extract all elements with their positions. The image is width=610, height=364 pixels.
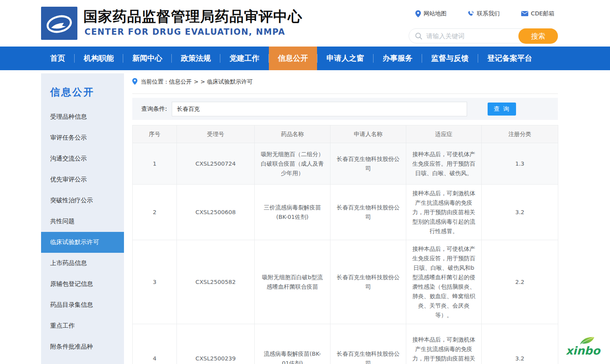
query-bar: 查询条件: 查 询 <box>132 98 558 120</box>
mail-label: CDE邮箱 <box>531 10 554 17</box>
sidebar-item-accepted-varieties[interactable]: 受理品种信息 <box>41 106 124 127</box>
cell-category: 1.3 <box>482 143 558 185</box>
sidebar-title: 信息公开 <box>41 73 124 106</box>
sitemap-link[interactable]: 网站地图 <box>415 10 447 17</box>
cell-seq: 3 <box>133 240 177 324</box>
query-button[interactable]: 查 询 <box>488 103 516 116</box>
sidebar: 信息公开 受理品种信息 审评任务公示 沟通交流公示 优先审评公示 突破性治疗公示… <box>41 73 124 364</box>
cell-applicant: 长春百克生物科技股份公司 <box>330 143 406 185</box>
sidebar-item-clinical-trial-implied-license[interactable]: 临床试验默示许可 <box>41 232 124 253</box>
table-row: 4 CXSL2500239 流感病毒裂解疫苗(BK-01佐剂) 长春百克生物科技… <box>133 324 558 364</box>
nav-item-applicant-window[interactable]: 申请人之窗 <box>317 47 373 70</box>
nav-item-functions[interactable]: 机构职能 <box>75 47 123 70</box>
cell-indication: 接种本品后，可刺激机体产生抗流感病毒的免疫力，用于预防由疫苗相关型别的流感病毒引… <box>406 185 482 240</box>
cell-indication: 接种本品后，可使机体产生免疫应答。用于预防百日咳、白喉、破伤风。 <box>406 143 482 185</box>
results-table: 序号 受理号 药品名称 申请人名称 适应症 注册分类 1 CXSL2500724… <box>132 125 558 364</box>
site-title-en: CENTER FOR DRUG EVALUATION, NMPA <box>84 27 285 37</box>
cell-applicant: 长春百克生物科技股份公司 <box>330 185 406 240</box>
cell-indication: 接种本品后，可使机体产生免疫应答，用于预防百日咳、白喉、破伤风和b型流感嗜血杆菌… <box>406 240 482 324</box>
sidebar-item-marketed-drugs[interactable]: 上市药品信息 <box>41 253 124 274</box>
site-header: 国家药品监督管理局药品审评中心 CENTER FOR DRUG EVALUATI… <box>0 0 610 47</box>
cell-drug-name: 吸附无细胞百（二组分）白破联合疫苗（成人及青少年用） <box>255 143 330 185</box>
xinbo-watermark: xinbo <box>563 340 607 358</box>
cell-seq: 1 <box>133 143 177 185</box>
nav-item-supervision[interactable]: 监督与反馈 <box>422 47 478 70</box>
search-icon <box>415 32 422 41</box>
top-links: 网站地图 联系我们 CDE邮箱 <box>415 10 554 17</box>
table-row: 3 CXSL2500582 吸附无细胞百白破b型流感嗜血杆菌联合疫苗 长春百克生… <box>133 240 558 324</box>
sidebar-item-review-tasks[interactable]: 审评任务公示 <box>41 127 124 148</box>
sitemap-label: 网站地图 <box>424 10 447 17</box>
mail-link[interactable]: CDE邮箱 <box>521 10 554 17</box>
col-indication: 适应症 <box>406 125 482 143</box>
contact-link[interactable]: 联系我们 <box>468 10 500 17</box>
breadcrumb: 当前位置 : 信息公开 > > 临床试验默示许可 <box>132 70 558 94</box>
site-search: 搜索 <box>409 28 558 43</box>
sidebar-item-breakthrough-therapy[interactable]: 突破性治疗公示 <box>41 190 124 211</box>
contact-label: 联系我们 <box>477 10 500 17</box>
sidebar-item-excipients-registration[interactable]: 原辅包登记信息 <box>41 274 124 295</box>
sidebar-item-priority-review[interactable]: 优先审评公示 <box>41 169 124 190</box>
cde-logo[interactable] <box>41 7 77 40</box>
cell-seq: 2 <box>133 185 177 240</box>
site-title-cn: 国家药品监督管理局药品审评中心 <box>83 7 302 26</box>
map-pin-icon <box>415 10 421 17</box>
sidebar-item-communication[interactable]: 沟通交流公示 <box>41 148 124 169</box>
col-category: 注册分类 <box>482 125 558 143</box>
cell-category: 3.2 <box>482 324 558 364</box>
table-row: 2 CXSL2500608 三价流感病毒裂解疫苗(BK-01佐剂) 长春百克生物… <box>133 185 558 240</box>
table-header-row: 序号 受理号 药品名称 申请人名称 适应症 注册分类 <box>133 125 558 143</box>
col-applicant: 申请人名称 <box>330 125 406 143</box>
query-label: 查询条件: <box>141 105 167 113</box>
col-seq: 序号 <box>133 125 177 143</box>
sidebar-item-common-issues[interactable]: 共性问题 <box>41 211 124 232</box>
mail-icon <box>521 11 528 16</box>
nav-item-registration-platform[interactable]: 登记备案平台 <box>478 47 541 70</box>
col-acceptance-no: 受理号 <box>177 125 255 143</box>
cell-category: 3.2 <box>482 185 558 240</box>
location-pin-icon <box>132 78 141 86</box>
table-row: 1 CXSL2500724 吸附无细胞百（二组分）白破联合疫苗（成人及青少年用）… <box>133 143 558 185</box>
sidebar-item-key-work[interactable]: 重点工作 <box>41 315 124 336</box>
search-button[interactable]: 搜索 <box>518 28 558 44</box>
cell-acceptance-no: CXSL2500724 <box>177 143 255 185</box>
nav-item-news[interactable]: 新闻中心 <box>123 47 171 70</box>
nav-item-home[interactable]: 首页 <box>41 47 74 70</box>
sidebar-item-drug-catalog[interactable]: 药品目录集信息 <box>41 295 124 315</box>
cell-drug-name: 吸附无细胞百白破b型流感嗜血杆菌联合疫苗 <box>255 240 330 324</box>
cell-acceptance-no: CXSL2500582 <box>177 240 255 324</box>
watermark-text: xinbo <box>566 344 600 357</box>
nav-item-info-disclosure[interactable]: 信息公开 <box>269 47 317 70</box>
main-content: 当前位置 : 信息公开 > > 临床试验默示许可 查询条件: 查 询 序号 受理… <box>132 70 558 364</box>
cell-seq: 4 <box>133 324 177 364</box>
col-drug-name: 药品名称 <box>255 125 330 143</box>
cell-acceptance-no: CXSL2500239 <box>177 324 255 364</box>
cell-applicant: 长春百克生物科技股份公司 <box>330 240 406 324</box>
breadcrumb-text[interactable]: 当前位置 : 信息公开 > > 临床试验默示许可 <box>141 78 253 86</box>
cell-indication: 接种本品后，可刺激机体产生抗流感病毒的免疫力，用于预防由疫苗相关型别的流感病毒引… <box>406 324 482 364</box>
sidebar-item-conditional-approval[interactable]: 附条件批准品种 <box>41 336 124 357</box>
phone-icon <box>468 11 474 17</box>
cell-acceptance-no: CXSL2500608 <box>177 185 255 240</box>
cell-applicant: 长春百克生物科技股份公司 <box>330 324 406 364</box>
query-input[interactable] <box>172 102 467 116</box>
nav-item-services[interactable]: 办事服务 <box>374 47 422 70</box>
cell-drug-name: 流感病毒裂解疫苗(BK-01佐剂) <box>255 324 330 364</box>
main-nav: 首页 机构职能 新闻中心 政策法规 党建工作 信息公开 申请人之窗 办事服务 监… <box>0 47 610 70</box>
cell-category: 2.2 <box>482 240 558 324</box>
nav-item-party[interactable]: 党建工作 <box>220 47 268 70</box>
nav-item-policies[interactable]: 政策法规 <box>172 47 220 70</box>
search-input[interactable] <box>426 29 517 43</box>
cell-drug-name: 三价流感病毒裂解疫苗(BK-01佐剂) <box>255 185 330 240</box>
